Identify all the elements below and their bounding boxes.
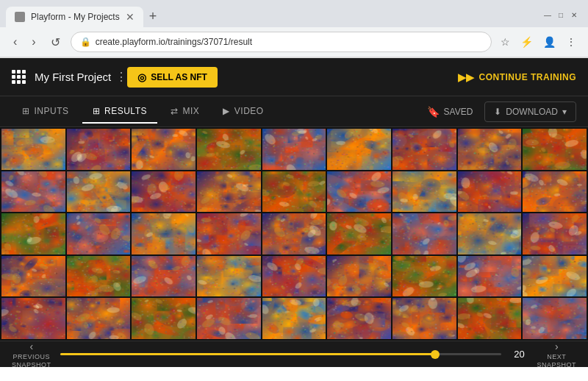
grid-item[interactable]: [523, 298, 587, 339]
next-snapshot-button[interactable]: › NEXT SNAPSHOT: [537, 341, 576, 368]
grid-item[interactable]: [132, 129, 196, 170]
grid-item[interactable]: [523, 171, 587, 213]
snapshot-number: 20: [510, 349, 528, 360]
grid-item[interactable]: [523, 129, 587, 170]
grid-item[interactable]: [392, 213, 456, 254]
grid-item[interactable]: [197, 256, 261, 297]
prev-snapshot-button[interactable]: ‹ PREVIOUS SNAPSHOT: [12, 341, 51, 368]
continue-training-button[interactable]: ▶▶ CONTINUE TRAINING: [458, 71, 577, 83]
snapshot-slider[interactable]: [60, 353, 502, 355]
grid-item[interactable]: [197, 129, 261, 170]
menu-icon[interactable]: ⋮: [563, 33, 579, 51]
grid-item[interactable]: [197, 213, 261, 254]
grid-item[interactable]: [458, 213, 522, 254]
back-button[interactable]: ‹: [9, 34, 21, 50]
url-bar[interactable]: 🔒 create.playform.io/trainings/37071/res…: [71, 32, 492, 52]
tab-close-icon[interactable]: ✕: [126, 11, 135, 23]
tab-favicon: [15, 12, 25, 22]
grid-item[interactable]: [523, 256, 587, 297]
tab-results-label: RESULTS: [104, 106, 147, 116]
grid-item[interactable]: [392, 171, 456, 213]
minimize-button[interactable]: —: [542, 10, 553, 21]
grid-item[interactable]: [327, 256, 391, 297]
grid-item[interactable]: [327, 171, 391, 213]
slider-fill: [60, 353, 436, 355]
grid-item[interactable]: [1, 298, 65, 339]
grid-item[interactable]: [392, 129, 456, 170]
grid-item[interactable]: [132, 213, 196, 254]
close-window-button[interactable]: ✕: [569, 10, 579, 21]
forward-button[interactable]: ›: [27, 34, 40, 50]
grid-item[interactable]: [392, 298, 456, 339]
continue-training-label: CONTINUE TRAINING: [479, 72, 577, 82]
tab-mix[interactable]: ⇄ MIX: [160, 100, 209, 124]
slider-thumb[interactable]: [431, 350, 440, 359]
video-icon: ▶: [223, 106, 230, 116]
profile-icon[interactable]: 👤: [540, 33, 559, 51]
grid-item[interactable]: [327, 213, 391, 254]
grid-item[interactable]: [327, 298, 391, 339]
lock-icon: 🔒: [80, 37, 91, 47]
grid-item[interactable]: [1, 213, 65, 254]
grid-item[interactable]: [197, 298, 261, 339]
refresh-button[interactable]: ↺: [46, 34, 65, 51]
grid-item[interactable]: [67, 256, 131, 297]
bookmark-icon[interactable]: ☆: [498, 33, 513, 51]
inputs-icon: ⊞: [22, 106, 30, 116]
next-label: NEXT: [547, 353, 566, 360]
sell-nft-button[interactable]: ◎ SELL AS NFT: [127, 67, 218, 88]
grid-item[interactable]: [262, 129, 326, 170]
grid-item[interactable]: [67, 171, 131, 213]
next-sub-label: SNAPSHOT: [537, 361, 576, 368]
download-chevron-icon: ▾: [562, 107, 567, 117]
tab-mix-label: MIX: [182, 106, 199, 116]
mix-icon: ⇄: [171, 106, 179, 116]
app-logo: [12, 70, 26, 84]
sell-nft-icon: ◎: [137, 71, 146, 83]
project-menu-icon[interactable]: ⋮: [115, 70, 127, 84]
app-container: My First Project ⋮ ◎ SELL AS NFT ▶▶ CONT…: [0, 58, 588, 367]
prev-sub-label: SNAPSHOT: [12, 361, 51, 368]
grid-item[interactable]: [458, 171, 522, 213]
grid-item[interactable]: [67, 298, 131, 339]
results-icon: ⊞: [93, 106, 101, 116]
bookmark-saved-icon: 🔖: [427, 106, 440, 118]
tab-results[interactable]: ⊞ RESULTS: [82, 100, 157, 124]
prev-arrow-icon: ‹: [29, 341, 33, 352]
grid-item[interactable]: [1, 129, 65, 170]
tab-inputs[interactable]: ⊞ INPUTS: [12, 100, 79, 124]
image-grid: [0, 127, 588, 341]
grid-item[interactable]: [262, 171, 326, 213]
window-controls: — □ ✕: [542, 10, 582, 24]
grid-item[interactable]: [1, 256, 65, 297]
grid-item[interactable]: [132, 256, 196, 297]
extensions-icon[interactable]: ⚡: [517, 33, 536, 51]
app-header: My First Project ⋮ ◎ SELL AS NFT ▶▶ CONT…: [0, 58, 588, 96]
download-button[interactable]: ⬇ DOWNLOAD ▾: [484, 102, 576, 122]
saved-button[interactable]: 🔖 SAVED: [418, 102, 482, 122]
grid-item[interactable]: [392, 256, 456, 297]
new-tab-button[interactable]: +: [146, 6, 160, 27]
tab-video[interactable]: ▶ VIDEO: [212, 100, 273, 124]
grid-item[interactable]: [327, 129, 391, 170]
grid-item[interactable]: [67, 213, 131, 254]
grid-item[interactable]: [262, 213, 326, 254]
toolbar-actions: ☆ ⚡ 👤 ⋮: [498, 33, 579, 51]
tab-video-label: VIDEO: [234, 106, 264, 116]
grid-item[interactable]: [132, 298, 196, 339]
url-text: create.playform.io/trainings/37071/resul…: [96, 37, 252, 47]
grid-item[interactable]: [458, 256, 522, 297]
grid-item[interactable]: [458, 298, 522, 339]
grid-item[interactable]: [262, 256, 326, 297]
grid-item[interactable]: [132, 171, 196, 213]
grid-item[interactable]: [262, 298, 326, 339]
grid-item[interactable]: [197, 171, 261, 213]
maximize-button[interactable]: □: [556, 10, 566, 21]
grid-item[interactable]: [523, 213, 587, 254]
app-footer: ‹ PREVIOUS SNAPSHOT 20 › NEXT SNAPSHOT: [0, 341, 588, 367]
browser-tab[interactable]: Playform - My Projects ✕: [6, 7, 143, 27]
grid-item[interactable]: [67, 129, 131, 170]
grid-item[interactable]: [458, 129, 522, 170]
grid-item[interactable]: [1, 171, 65, 213]
sell-nft-label: SELL AS NFT: [151, 72, 207, 82]
